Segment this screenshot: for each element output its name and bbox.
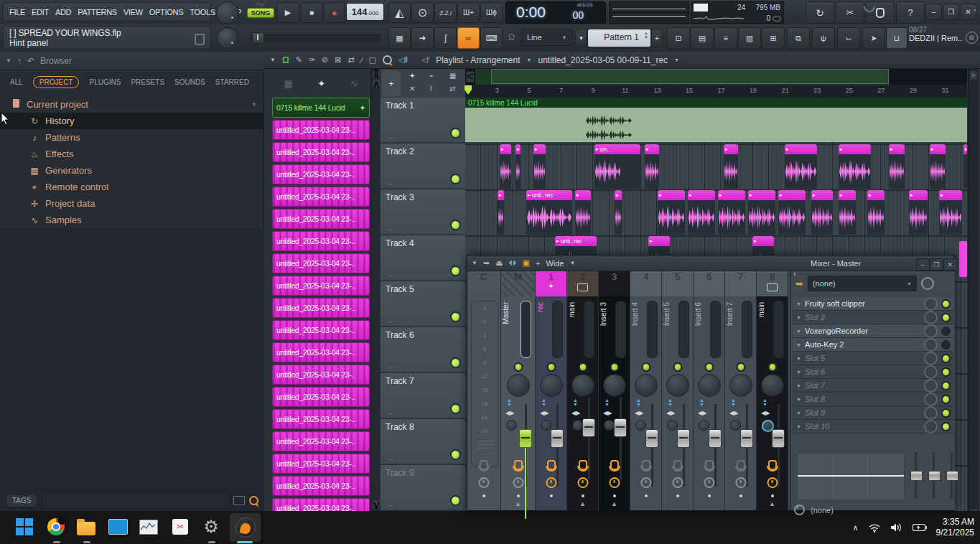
navigator-window[interactable] — [491, 69, 889, 84]
stereo-knob[interactable] — [604, 420, 615, 431]
glide-button[interactable]: ʃ — [434, 27, 457, 49]
mixer-minimize-button[interactable]: – — [916, 258, 930, 271]
playhead-marker[interactable] — [465, 85, 473, 95]
mixer-strip-insert6[interactable]: Insert 6 ▲▼ ◀▶ — [694, 296, 725, 510]
record-button[interactable]: ● — [324, 2, 345, 23]
pan-knob[interactable] — [571, 374, 594, 397]
mix-knob[interactable] — [924, 324, 938, 338]
pan-knob[interactable] — [729, 374, 752, 397]
delete-tool-icon[interactable]: ⊘ — [322, 55, 328, 65]
pan-knob[interactable] — [698, 374, 721, 397]
track-led[interactable] — [450, 449, 461, 460]
paint-tool-icon[interactable]: ✑ — [309, 55, 315, 65]
mixer-layout-value[interactable]: Wide — [546, 259, 564, 268]
picker-item[interactable]: untitled_2025-03-04 23-.. — [272, 365, 370, 385]
add-pattern-button[interactable]: + — [651, 29, 663, 47]
pan-knob[interactable] — [635, 374, 658, 397]
mute-led[interactable] — [641, 362, 650, 372]
slot-led[interactable] — [941, 299, 951, 309]
pan-knob[interactable] — [507, 374, 530, 397]
picker-item[interactable]: untitled_2025-03-04 23-.. — [272, 387, 370, 407]
snap-selector[interactable]: Line ▼ — [521, 29, 573, 46]
audio-clip[interactable] — [498, 190, 504, 235]
pan-knob[interactable] — [603, 374, 626, 397]
volume-fader[interactable] — [740, 429, 753, 448]
audio-clip[interactable] — [930, 144, 946, 189]
clock-icon[interactable] — [546, 477, 556, 488]
tray-chevron-icon[interactable]: ∧ — [853, 523, 859, 533]
audio-clip[interactable] — [963, 144, 967, 189]
up-arrow-icon[interactable]: ↑ — [17, 56, 22, 66]
back-icon[interactable]: ↶ — [27, 56, 34, 66]
tap-tempo-button[interactable]: ⌙ — [837, 27, 860, 49]
audio-clip[interactable] — [889, 144, 905, 189]
mixer-strip-insert4[interactable]: Insert 4 ▲▼ ◀▶ — [630, 296, 662, 510]
stereo-sep-arrows[interactable]: ▲▼ — [507, 398, 512, 407]
volume-fader[interactable] — [519, 429, 532, 448]
tab-starred[interactable]: STARRED — [215, 78, 249, 86]
chevron-down-icon[interactable]: ▼ — [6, 57, 11, 64]
mute-tool-icon[interactable]: ⊠ — [335, 55, 341, 65]
clock-icon[interactable] — [767, 477, 778, 488]
audio-clip[interactable] — [724, 144, 738, 189]
mixer-maximize-button[interactable]: ❐ — [930, 258, 943, 271]
picker-item[interactable]: untitled_2025-03-04 23-.. — [272, 409, 370, 429]
track-header[interactable]: Track 7... — [381, 373, 465, 419]
volume-fader[interactable] — [551, 429, 564, 448]
picker-item[interactable]: untitled_2025-03-04 23-.. — [272, 342, 370, 362]
tab-project[interactable]: PROJECT — [33, 76, 80, 88]
volume-fader[interactable] — [614, 418, 627, 437]
tab-plugins[interactable]: PLUGINS — [89, 78, 121, 86]
track-header[interactable]: Track 6... — [381, 327, 465, 373]
stop-button[interactable]: ■ — [301, 2, 322, 23]
stereo-sep-arrows[interactable]: ▲▼ — [731, 398, 736, 407]
mic-icon[interactable] — [737, 460, 745, 470]
mixer-channel-5-header[interactable]: 5 — [662, 271, 694, 296]
track-led[interactable] — [450, 495, 461, 506]
pan-knob[interactable] — [540, 374, 563, 397]
pan-arrows[interactable]: ◀▶ — [635, 410, 643, 416]
plugin-picker-button[interactable]: ⧉ — [787, 27, 810, 49]
playlist-button[interactable]: ▤ — [691, 27, 714, 49]
add-track-button[interactable]: + — [382, 70, 401, 96]
eject-icon[interactable]: ⏏ — [495, 258, 503, 268]
track-led[interactable] — [450, 174, 461, 184]
select-tool-icon[interactable]: ▢ — [369, 55, 376, 65]
slice-tool-icon[interactable]: ∕ — [361, 56, 363, 65]
picker-item[interactable]: untitled_2025-03-04 23-.. — [272, 231, 370, 251]
slide-view-icon[interactable]: ⌁ — [429, 72, 434, 80]
mute-led[interactable] — [578, 362, 587, 372]
menu-patterns[interactable]: PATTERNS — [78, 8, 117, 17]
mic-icon[interactable] — [673, 460, 682, 470]
touch-button[interactable]: ➤ — [862, 27, 885, 49]
account-panel[interactable]: 08/27 DEDZII | Rem.. ◍ — [909, 26, 978, 49]
loop-record-button[interactable]: Ш+ — [457, 2, 480, 23]
mix-knob[interactable] — [924, 379, 938, 393]
fx-slot-8[interactable]: ▼Slot 8 — [793, 393, 953, 406]
audio-clip[interactable] — [500, 144, 511, 189]
pattern-spinner[interactable]: ▲▼ — [644, 31, 648, 39]
nav-left-button[interactable]: < — [466, 71, 475, 83]
stereo-sep-arrows[interactable]: ▲▼ — [573, 398, 578, 407]
mixer-strip-main8[interactable]: main ▲▼ ◀▶ ▲ — [757, 296, 788, 510]
cut-tool-button[interactable]: ✂ — [836, 1, 864, 24]
send-icon[interactable]: ➥ — [483, 258, 490, 268]
fx-slot-6[interactable]: ▼Slot 6 — [793, 365, 953, 379]
audio-clip[interactable] — [939, 190, 962, 235]
audio-clip[interactable] — [515, 144, 521, 189]
timeline-ruler[interactable]: 35 79 1113 1517 1921 2325 2729 31 — [465, 85, 967, 98]
playlist-navigator[interactable]: < — [465, 69, 967, 85]
taskbar-clock[interactable]: 3:35 AM 9/21/2025 — [936, 517, 974, 538]
chevron-down-icon[interactable]: ▼ — [527, 57, 532, 62]
eq-send-icon[interactable]: ➥ — [795, 278, 803, 289]
mixer-titlebar[interactable]: ▼ ➥ ⏏ ⏴⏵ ▣ + Wide ▼ Mixer - Master – ❐ ✕ — [467, 255, 954, 271]
minimize-button[interactable]: – — [925, 4, 942, 20]
stereo-knob[interactable] — [572, 420, 583, 431]
song-mode-button[interactable]: SONG — [247, 8, 274, 18]
mixer-close-button[interactable]: ✕ — [943, 258, 957, 271]
slider-handle[interactable] — [252, 32, 264, 44]
stereo-knob[interactable] — [635, 420, 646, 431]
fx-slot-1[interactable]: ▼Fruity soft clipper — [793, 297, 953, 311]
slot-led[interactable] — [941, 422, 951, 431]
mute-led[interactable] — [736, 362, 745, 372]
